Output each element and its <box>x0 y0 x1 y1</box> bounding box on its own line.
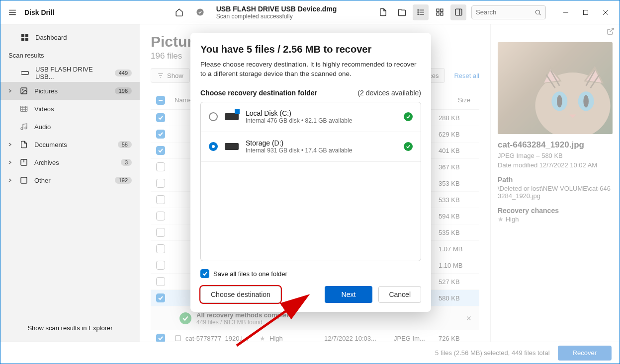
maximize-button[interactable] <box>576 5 596 20</box>
svg-rect-12 <box>437 13 439 15</box>
next-button[interactable]: Next <box>325 286 373 303</box>
sidebar-item-archives[interactable]: Archives3 <box>0 153 140 171</box>
sidebar-label: Audio <box>34 123 132 131</box>
app-title: Disk Drill <box>24 8 55 16</box>
topbar: Disk Drill USB FLASH DRIVE USB Device.dm… <box>0 0 620 24</box>
drive-icon <box>20 71 29 75</box>
archives-icon <box>19 158 28 166</box>
svg-rect-14 <box>455 9 462 15</box>
svg-rect-24 <box>21 38 24 41</box>
choose-dest-label: Choose recovery destination folder <box>200 89 317 97</box>
show-in-explorer-link[interactable]: Show scan results in Explorer <box>27 324 112 332</box>
svg-rect-29 <box>20 106 27 112</box>
search-icon <box>534 9 541 16</box>
modal-desc: Please choose recovery destination. It i… <box>200 60 421 79</box>
svg-rect-22 <box>21 34 24 37</box>
svg-point-9 <box>418 14 418 14</box>
svg-rect-11 <box>440 9 443 11</box>
sidebar-item-dashboard[interactable]: Dashboard <box>0 28 140 46</box>
recovery-modal: You have 5 files / 2.56 MB to recover Pl… <box>190 33 431 312</box>
svg-point-3 <box>197 8 204 15</box>
svg-line-17 <box>539 13 541 15</box>
destination-list: Local Disk (C:)Internal 476 GB disk • 82… <box>200 102 421 261</box>
devices-available: (2 devices available) <box>357 89 421 97</box>
preview-panel-icon[interactable] <box>450 4 466 20</box>
close-button[interactable] <box>596 5 616 20</box>
folder-icon[interactable] <box>394 4 410 20</box>
svg-rect-23 <box>25 34 28 37</box>
sidebar-badge: 3 <box>121 159 132 166</box>
svg-rect-25 <box>25 38 28 41</box>
available-badge-icon <box>404 112 413 121</box>
search-input[interactable] <box>471 5 546 19</box>
minimize-button[interactable] <box>556 5 576 20</box>
sidebar-label: Videos <box>34 105 132 113</box>
svg-rect-13 <box>440 13 443 15</box>
home-icon[interactable] <box>172 4 187 20</box>
destination-radio[interactable] <box>209 112 218 121</box>
svg-point-8 <box>418 12 418 12</box>
svg-rect-34 <box>21 177 27 183</box>
destination-item[interactable]: Local Disk (C:)Internal 476 GB disk • 82… <box>201 102 421 132</box>
svg-rect-26 <box>21 72 29 74</box>
sidebar-label: Documents <box>34 141 112 148</box>
documents-icon <box>19 141 28 148</box>
cancel-button[interactable]: Cancel <box>378 286 421 303</box>
sidebar-badge: 196 <box>115 87 132 94</box>
svg-rect-19 <box>584 10 588 14</box>
search-field[interactable] <box>476 8 534 16</box>
sidebar-heading-scan: Scan results <box>0 46 140 64</box>
svg-point-7 <box>418 10 418 10</box>
menu-button[interactable] <box>4 4 20 20</box>
destination-item[interactable]: Storage (D:)Internal 931 GB disk • 17.4 … <box>201 132 421 162</box>
sidebar-item-pictures[interactable]: Pictures196 <box>0 82 140 100</box>
audio-icon <box>19 123 28 131</box>
dashboard-icon <box>20 33 29 41</box>
svg-point-30 <box>21 128 23 130</box>
videos-icon <box>19 105 28 113</box>
svg-point-28 <box>22 89 23 90</box>
svg-rect-10 <box>437 9 439 11</box>
scan-complete-icon <box>192 4 208 20</box>
save-all-checkbox[interactable] <box>200 269 209 278</box>
save-all-label: Save all files to one folder <box>213 270 287 278</box>
disk-icon <box>225 143 239 150</box>
sidebar-label: Archives <box>34 159 115 166</box>
pictures-icon <box>19 87 28 95</box>
disk-icon <box>225 113 239 120</box>
sidebar-item-videos[interactable]: Videos <box>0 100 140 118</box>
sidebar-badge: 192 <box>115 177 132 184</box>
file-icon[interactable] <box>375 4 391 20</box>
list-view-icon[interactable] <box>413 4 429 20</box>
sidebar: Dashboard Scan results USB FLASH DRIVE U… <box>0 24 140 342</box>
other-icon <box>19 176 28 184</box>
sidebar-label-dashboard: Dashboard <box>35 34 132 41</box>
sidebar-item-documents[interactable]: Documents58 <box>0 136 140 153</box>
sidebar-label-drive: USB FLASH DRIVE USB... <box>35 66 109 80</box>
sidebar-item-audio[interactable]: Audio <box>0 118 140 136</box>
drive-subtitle: Scan completed successfully <box>216 13 337 20</box>
sidebar-label: Pictures <box>34 87 109 95</box>
svg-point-16 <box>535 10 539 14</box>
available-badge-icon <box>404 142 413 151</box>
sidebar-badge-drive: 449 <box>115 70 132 76</box>
svg-point-31 <box>25 127 27 129</box>
grid-view-icon[interactable] <box>432 4 447 20</box>
drive-title: USB FLASH DRIVE USB Device.dmg <box>216 5 337 13</box>
choose-destination-button[interactable]: Choose destination <box>200 286 281 303</box>
destination-radio[interactable] <box>209 142 218 151</box>
sidebar-label: Other <box>34 177 109 184</box>
modal-title: You have 5 files / 2.56 MB to recover <box>200 44 421 55</box>
sidebar-badge: 58 <box>118 141 132 148</box>
sidebar-item-drive[interactable]: USB FLASH DRIVE USB... 449 <box>0 64 140 82</box>
sidebar-item-other[interactable]: Other192 <box>0 171 140 189</box>
